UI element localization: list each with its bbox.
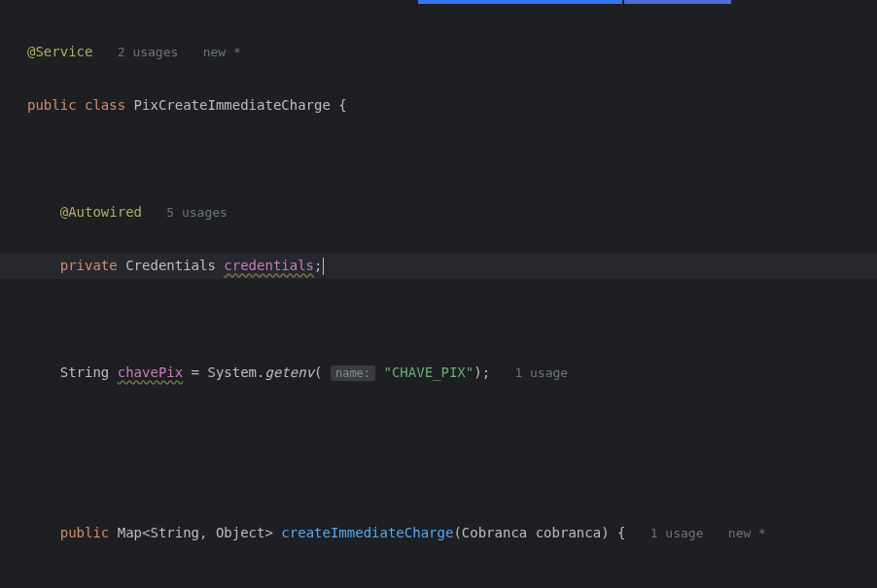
- annotation-service: @Service: [27, 44, 92, 59]
- code-line: [27, 146, 877, 173]
- usage-hint[interactable]: 1 usage: [514, 365, 568, 380]
- method-declaration: createImmediateCharge: [281, 525, 453, 540]
- annotation-autowired: @Autowired: [60, 204, 142, 220]
- vcs-hint[interactable]: new *: [728, 526, 766, 540]
- tabs-bar: [0, 0, 877, 4]
- code-editor[interactable]: @Service 2 usages new * public class Pix…: [0, 0, 877, 588]
- tab-active[interactable]: [418, 0, 622, 4]
- code-line: public class PixCreateImmediateCharge {: [27, 92, 877, 120]
- code-line: public Map<String, Object> createImmedia…: [27, 520, 877, 547]
- code-line: [27, 306, 877, 333]
- code-line: String chavePix = System.getenv( name: "…: [27, 360, 877, 387]
- usage-hint[interactable]: 5 usages: [166, 205, 228, 220]
- code-line: [27, 413, 877, 440]
- param-hint: name:: [331, 365, 375, 381]
- field-chavepix: chavePix: [118, 364, 183, 380]
- code-line: @Service 2 usages new *: [27, 39, 877, 66]
- usage-hint[interactable]: 1 usage: [650, 526, 704, 540]
- code-line: @Autowired 5 usages: [27, 199, 877, 226]
- field-credentials: credentials: [224, 258, 314, 273]
- tab-secondary[interactable]: [624, 0, 731, 4]
- code-line: [27, 467, 877, 494]
- usage-hint[interactable]: 2 usages: [118, 45, 179, 59]
- vcs-hint[interactable]: new *: [203, 45, 241, 59]
- code-line-current: private Credentials credentials;: [0, 253, 877, 280]
- text-caret: [323, 258, 324, 275]
- code-line: [27, 573, 877, 589]
